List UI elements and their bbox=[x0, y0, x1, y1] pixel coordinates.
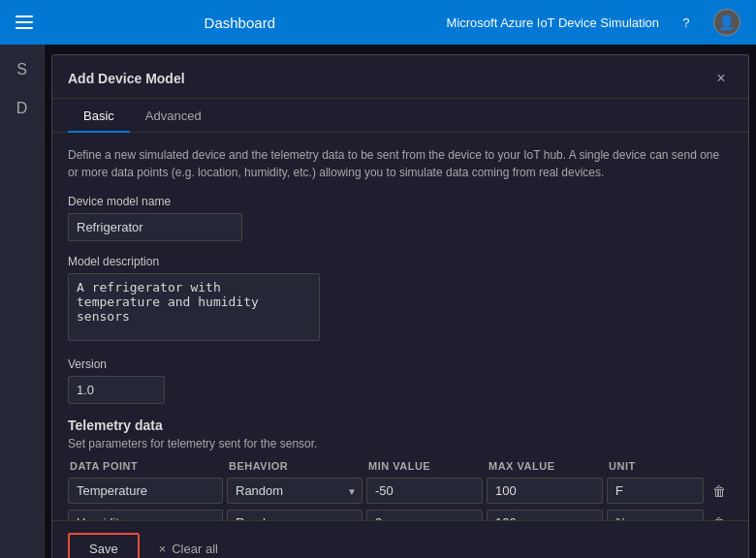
telemetry-section: Telemetry data Set parameters for teleme… bbox=[68, 418, 733, 520]
col-behavior: BEHAVIOR bbox=[229, 460, 364, 472]
menu-icon[interactable] bbox=[16, 16, 33, 29]
telemetry-title: Telemetry data bbox=[68, 418, 733, 433]
data-point-input-0[interactable] bbox=[68, 478, 223, 504]
sidebar-icon-d[interactable]: D bbox=[5, 91, 40, 126]
cell-data-point-0 bbox=[68, 478, 223, 504]
clear-all-button[interactable]: × Clear all bbox=[159, 542, 218, 556]
table-row: Random Increment Decrement ▼ bbox=[68, 510, 733, 520]
cell-unit-0 bbox=[607, 478, 704, 504]
modal-header: Add Device Model × bbox=[52, 55, 748, 99]
behavior-select-wrapper-1: Random Increment Decrement ▼ bbox=[227, 510, 362, 520]
clear-icon: × bbox=[159, 542, 167, 556]
description-text: Define a new simulated device and the te… bbox=[68, 146, 733, 181]
tab-basic[interactable]: Basic bbox=[68, 99, 130, 133]
add-device-modal: Add Device Model × Basic Advanced Define… bbox=[51, 54, 749, 558]
sidebar: S D bbox=[0, 45, 45, 558]
cell-min-value-0 bbox=[366, 478, 483, 504]
version-input[interactable] bbox=[68, 376, 165, 404]
modal-overlay: Add Device Model × Basic Advanced Define… bbox=[45, 45, 756, 558]
topbar-left bbox=[16, 16, 33, 29]
topbar-title: Dashboard bbox=[205, 15, 275, 31]
telemetry-subtitle: Set parameters for telemetry sent for th… bbox=[68, 437, 733, 450]
cell-unit-1 bbox=[607, 510, 704, 520]
version-group: Version bbox=[68, 357, 733, 404]
unit-input-1[interactable] bbox=[607, 510, 704, 520]
cell-data-point-1 bbox=[68, 510, 223, 520]
telemetry-table: DATA POINT BEHAVIOR MIN VALUE MAX VALUE … bbox=[68, 460, 733, 520]
sidebar-icon-s[interactable]: S bbox=[5, 52, 40, 87]
col-actions bbox=[709, 460, 739, 472]
cell-behavior-1: Random Increment Decrement ▼ bbox=[227, 510, 362, 520]
version-label: Version bbox=[68, 357, 733, 371]
col-unit: UNIT bbox=[609, 460, 706, 472]
col-max-value: MAX VALUE bbox=[488, 460, 605, 472]
behavior-select-wrapper-0: Random Increment Decrement ▼ bbox=[227, 478, 362, 504]
max-value-input-1[interactable] bbox=[487, 510, 603, 520]
modal-title: Add Device Model bbox=[68, 71, 185, 86]
topbar: Dashboard Microsoft Azure IoT Device Sim… bbox=[0, 0, 756, 45]
content-area: Add Device Model × Basic Advanced Define… bbox=[45, 45, 756, 558]
cell-max-value-1 bbox=[487, 510, 603, 520]
cell-delete-1: 🗑 bbox=[708, 512, 737, 521]
cell-min-value-1 bbox=[366, 510, 483, 520]
unit-input-0[interactable] bbox=[607, 478, 704, 504]
device-model-name-input[interactable] bbox=[68, 213, 242, 241]
app-name: Microsoft Azure IoT Device Simulation bbox=[447, 16, 659, 30]
user-avatar[interactable]: 👤 bbox=[713, 9, 740, 36]
col-min-value: MIN VALUE bbox=[368, 460, 485, 472]
topbar-right: Microsoft Azure IoT Device Simulation ? … bbox=[447, 9, 740, 36]
cell-behavior-0: Random Increment Decrement ▼ bbox=[227, 478, 362, 504]
model-description-input[interactable]: A refrigerator with temperature and humi… bbox=[68, 273, 320, 341]
tab-advanced[interactable]: Advanced bbox=[130, 99, 217, 133]
model-description-label: Model description bbox=[68, 255, 733, 268]
cell-max-value-0 bbox=[487, 478, 603, 504]
col-data-point: DATA POINT bbox=[70, 460, 225, 472]
device-model-name-group: Device model name bbox=[68, 195, 733, 241]
modal-tabs: Basic Advanced bbox=[52, 99, 748, 133]
behavior-select-0[interactable]: Random Increment Decrement bbox=[227, 478, 362, 504]
cell-delete-0: 🗑 bbox=[708, 480, 737, 503]
data-point-input-1[interactable] bbox=[68, 510, 223, 520]
modal-footer: Save × Clear all bbox=[52, 520, 748, 558]
help-icon[interactable]: ? bbox=[675, 11, 698, 34]
min-value-input-0[interactable] bbox=[366, 478, 483, 504]
save-button[interactable]: Save bbox=[68, 533, 140, 558]
min-value-input-1[interactable] bbox=[366, 510, 483, 520]
table-row: Random Increment Decrement ▼ bbox=[68, 478, 733, 504]
delete-row-button-1[interactable]: 🗑 bbox=[708, 512, 731, 521]
device-model-name-label: Device model name bbox=[68, 195, 733, 208]
delete-row-button-0[interactable]: 🗑 bbox=[708, 480, 731, 503]
main-area: S D Add Device Model × Basic bbox=[0, 45, 756, 558]
behavior-select-1[interactable]: Random Increment Decrement bbox=[227, 510, 362, 520]
table-header: DATA POINT BEHAVIOR MIN VALUE MAX VALUE … bbox=[68, 460, 733, 472]
modal-body: Define a new simulated device and the te… bbox=[52, 133, 748, 520]
close-button[interactable]: × bbox=[709, 67, 733, 90]
model-description-group: Model description A refrigerator with te… bbox=[68, 255, 733, 344]
max-value-input-0[interactable] bbox=[487, 478, 603, 504]
